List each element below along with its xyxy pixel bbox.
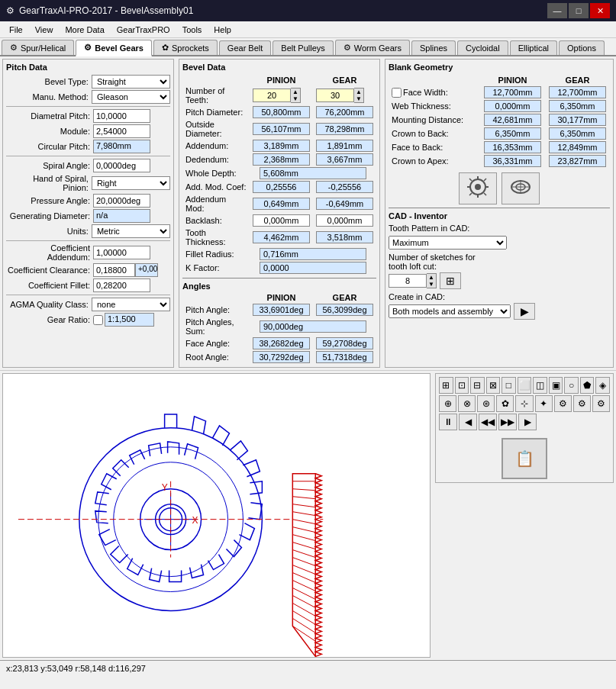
- crown-apex-pinion[interactable]: [484, 155, 541, 167]
- whole-depth-value[interactable]: [260, 167, 366, 179]
- gear-teeth-input[interactable]: [316, 89, 354, 102]
- dedendum-pinion[interactable]: [253, 153, 310, 166]
- pressure-angle-input[interactable]: [93, 194, 150, 208]
- spiral-angle-input[interactable]: [93, 159, 150, 172]
- big-action-button[interactable]: 📋: [502, 438, 547, 479]
- tb-btn-prev-fast[interactable]: ◀◀: [479, 414, 497, 430]
- menu-geartraxpro[interactable]: GearTraxPRO: [111, 24, 176, 36]
- tb-btn-25[interactable]: ⊹: [515, 395, 533, 412]
- tb-btn-27[interactable]: ⚙: [554, 395, 572, 412]
- tb-btn-28[interactable]: ⚙: [573, 395, 591, 412]
- close-button[interactable]: ✕: [590, 3, 610, 18]
- diametral-pitch-input[interactable]: [93, 109, 150, 123]
- module-input[interactable]: [93, 124, 150, 138]
- web-thick-gear[interactable]: [549, 100, 606, 112]
- minimize-button[interactable]: —: [547, 3, 567, 18]
- tab-belt-pulleys[interactable]: Belt Pulleys: [273, 40, 333, 55]
- fillet-radius-value[interactable]: [260, 248, 366, 260]
- tab-sprockets[interactable]: ✿ Sprockets: [153, 40, 218, 55]
- tab-options[interactable]: Options: [559, 40, 605, 55]
- maximize-button[interactable]: □: [569, 3, 589, 18]
- menu-file[interactable]: File: [3, 24, 29, 36]
- addendum-gear[interactable]: [316, 140, 373, 152]
- tab-gear-belt[interactable]: Gear Belt: [219, 40, 271, 55]
- face-width-gear[interactable]: [549, 86, 606, 98]
- tab-cycloidal[interactable]: Cycloidal: [457, 40, 508, 55]
- tb-btn-6[interactable]: ⬜: [518, 377, 532, 394]
- tab-splines[interactable]: Splines: [411, 40, 456, 55]
- pinion-teeth-up[interactable]: ▲: [291, 89, 300, 95]
- root-angle-pinion[interactable]: [253, 351, 310, 363]
- tb-btn-prev[interactable]: ◀: [459, 414, 477, 430]
- create-cad-select[interactable]: Both models and assembly Pinion only Gea…: [389, 304, 511, 318]
- menu-help[interactable]: Help: [208, 24, 237, 36]
- tb-btn-3[interactable]: ⊟: [470, 377, 485, 394]
- tb-btn-2[interactable]: ⊡: [455, 377, 469, 394]
- addendum-pinion[interactable]: [253, 140, 310, 152]
- tooth-pattern-select[interactable]: Maximum Minimum Custom: [389, 236, 507, 250]
- tooth-thick-gear[interactable]: [316, 231, 373, 243]
- tb-btn-8[interactable]: ▣: [549, 377, 563, 394]
- pitch-angle-sum[interactable]: [260, 320, 366, 333]
- web-thick-pinion[interactable]: [484, 100, 541, 112]
- hand-spiral-select[interactable]: Right Left: [92, 176, 170, 190]
- pinion-teeth-input[interactable]: [253, 89, 291, 102]
- tb-btn-5[interactable]: □: [502, 377, 516, 394]
- gear-teeth-up[interactable]: ▲: [354, 89, 363, 95]
- agma-select[interactable]: none Q6 Q7 Q8 Q9 Q10: [92, 298, 170, 311]
- bevel-type-select[interactable]: Straight Spiral Zerol: [92, 75, 170, 89]
- sketches-grid-button[interactable]: ⊞: [440, 272, 461, 289]
- pinion-view-button[interactable]: [459, 172, 497, 204]
- out-diam-gear[interactable]: [316, 123, 373, 135]
- face-back-gear[interactable]: [549, 141, 606, 153]
- sketches-up[interactable]: ▲: [427, 274, 436, 281]
- tb-btn-11[interactable]: ◈: [595, 377, 610, 394]
- units-select[interactable]: Metric Imperial: [92, 224, 170, 238]
- pinion-teeth-down[interactable]: ▼: [291, 95, 300, 102]
- pitch-diam-gear[interactable]: [316, 106, 373, 118]
- tb-btn-26[interactable]: ✦: [535, 395, 553, 412]
- face-angle-gear[interactable]: [316, 337, 373, 349]
- manu-method-select[interactable]: Gleason ISO: [92, 90, 170, 104]
- pitch-diam-pinion[interactable]: [253, 106, 310, 118]
- tb-btn-23[interactable]: ⊛: [477, 395, 495, 412]
- tb-btn-next[interactable]: ▶: [518, 414, 537, 430]
- pitch-angle-gear[interactable]: [316, 304, 373, 316]
- menu-tools[interactable]: Tools: [176, 24, 208, 36]
- tb-btn-21[interactable]: ⊕: [439, 395, 456, 412]
- mount-dist-pinion[interactable]: [484, 114, 541, 126]
- crown-back-gear[interactable]: [549, 127, 606, 140]
- tab-spur-helical[interactable]: ⚙ Spur/Helical: [2, 40, 74, 55]
- tb-btn-22[interactable]: ⊗: [458, 395, 476, 412]
- face-width-pinion[interactable]: [484, 86, 541, 98]
- tb-btn-9[interactable]: ○: [564, 377, 579, 394]
- gear-view-button[interactable]: [502, 172, 540, 204]
- backlash-pinion[interactable]: [253, 214, 310, 227]
- face-width-checkbox[interactable]: [392, 88, 402, 98]
- pitch-angle-pinion[interactable]: [253, 304, 310, 316]
- tab-bevel-gears[interactable]: ⚙ Bevel Gears: [76, 40, 152, 56]
- gear-teeth-down[interactable]: ▼: [354, 95, 363, 102]
- menu-more-data[interactable]: More Data: [59, 24, 110, 36]
- tooth-thick-pinion[interactable]: [253, 231, 310, 243]
- tb-btn-10[interactable]: ⬟: [580, 377, 595, 394]
- mount-dist-gear[interactable]: [549, 114, 606, 126]
- dedendum-gear[interactable]: [316, 153, 373, 166]
- coef-fillet-input[interactable]: [93, 278, 150, 292]
- crown-apex-gear[interactable]: [549, 155, 606, 167]
- root-angle-gear[interactable]: [316, 351, 373, 363]
- tb-btn-24[interactable]: ✿: [496, 395, 514, 412]
- tb-btn-4[interactable]: ⊠: [486, 377, 501, 394]
- out-diam-pinion[interactable]: [253, 123, 310, 135]
- tab-worm-gears[interactable]: ⚙ Worm Gears: [335, 40, 410, 55]
- add-mod-coef-pinion[interactable]: [253, 181, 310, 193]
- add-mod-gear[interactable]: [316, 198, 373, 210]
- gear-ratio-checkbox[interactable]: [93, 315, 103, 325]
- face-back-pinion[interactable]: [484, 141, 541, 153]
- add-mod-pinion[interactable]: [253, 198, 310, 210]
- sketches-down[interactable]: ▼: [427, 281, 436, 288]
- k-factor-value[interactable]: [260, 262, 366, 274]
- tb-btn-pause[interactable]: ⏸: [439, 414, 457, 430]
- tb-btn-29[interactable]: ⚙: [592, 395, 610, 412]
- tb-btn-7[interactable]: ◫: [533, 377, 547, 394]
